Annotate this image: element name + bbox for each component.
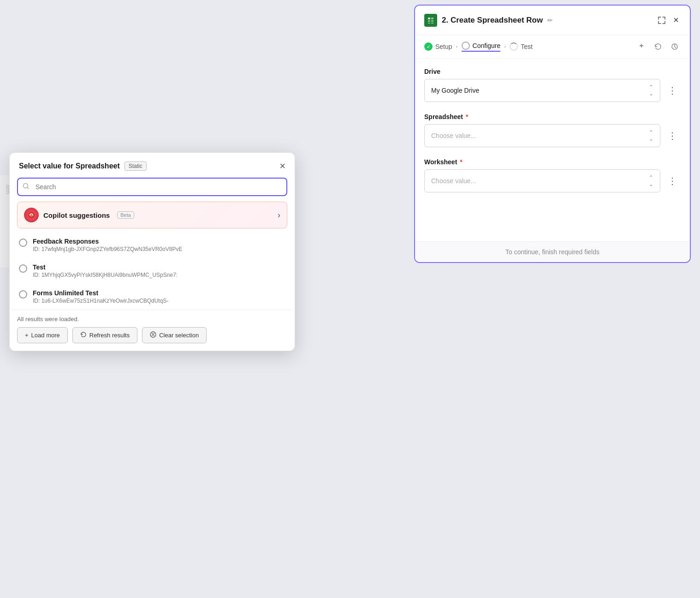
drive-label: Drive bbox=[424, 68, 681, 75]
list-item-content-2: Test ID: 1MYhjqGX5vyPiYskI58KjH8UAi9bnuW… bbox=[33, 263, 285, 278]
step-setup[interactable]: ✓ Setup bbox=[424, 42, 452, 51]
magic-button[interactable] bbox=[635, 41, 647, 53]
list-item-content-3: Forms Unlimited Test ID: 1u6-LX6wEw75zS1… bbox=[33, 289, 285, 304]
list-item[interactable]: Test ID: 1MYhjqGX5vyPiYskI58KjH8UAi9bnuW… bbox=[10, 258, 295, 284]
drive-chevrons-icon: ⌃⌄ bbox=[649, 84, 653, 97]
steps-nav: ✓ Setup › Configure › Test bbox=[415, 35, 690, 59]
panel-title-group: 2. Create Spreadsheet Row ✏ bbox=[424, 14, 553, 27]
item-name-2: Test bbox=[33, 263, 285, 271]
panel-footer: To continue, finish required fields bbox=[415, 241, 690, 262]
worksheet-field-row: Choose value... ⌃⌄ ⋮ bbox=[424, 169, 681, 192]
list-item[interactable]: Forms Unlimited Test ID: 1u6-LX6wEw75zS1… bbox=[10, 284, 295, 310]
modal-title: Select value for Spreadsheet bbox=[19, 162, 120, 170]
panel-controls: × bbox=[656, 13, 681, 27]
load-more-label: Load more bbox=[31, 332, 60, 339]
clear-selection-button[interactable]: Clear selection bbox=[142, 327, 207, 343]
svg-rect-5 bbox=[428, 23, 430, 24]
radio-feedback-responses[interactable] bbox=[19, 239, 27, 247]
beta-badge: Beta bbox=[117, 211, 134, 219]
svg-point-11 bbox=[32, 215, 33, 215]
spreadsheet-field-row: Choose value... ⌃⌄ ⋮ bbox=[424, 124, 681, 147]
spreadsheet-icon bbox=[424, 14, 437, 27]
all-loaded-text: All results were loaded. bbox=[17, 316, 287, 323]
spreadsheet-list: Feedback Responses ID: 17wfqMnj1gb-JXFGn… bbox=[10, 232, 295, 310]
copilot-chevron-icon: › bbox=[278, 210, 280, 220]
spreadsheet-more-button[interactable]: ⋮ bbox=[664, 128, 681, 143]
spreadsheet-required-marker: * bbox=[466, 113, 468, 120]
spreadsheet-select[interactable]: Choose value... ⌃⌄ bbox=[424, 124, 660, 147]
worksheet-required-marker: * bbox=[460, 158, 462, 166]
copilot-label: Copilot suggestions bbox=[43, 211, 110, 219]
drive-section: Drive My Google Drive ⌃⌄ ⋮ bbox=[424, 68, 681, 102]
radio-forms-unlimited-test[interactable] bbox=[19, 290, 27, 299]
radio-test[interactable] bbox=[19, 264, 27, 273]
static-badge: Static bbox=[125, 161, 147, 171]
drive-value: My Google Drive bbox=[431, 87, 479, 94]
modal-footer: All results were loaded. + Load more Ref… bbox=[10, 310, 295, 351]
svg-point-10 bbox=[30, 215, 30, 215]
test-spinner-icon bbox=[510, 42, 518, 51]
step-configure[interactable]: Configure bbox=[462, 42, 501, 52]
step-setup-label: Setup bbox=[435, 43, 452, 50]
svg-rect-1 bbox=[428, 18, 430, 19]
panel-body: Drive My Google Drive ⌃⌄ ⋮ Spreadsheet *… bbox=[415, 59, 690, 262]
search-icon bbox=[23, 183, 30, 191]
create-spreadsheet-panel: 2. Create Spreadsheet Row ✏ × ✓ Setup › … bbox=[414, 5, 691, 263]
drive-field-row: My Google Drive ⌃⌄ ⋮ bbox=[424, 79, 681, 102]
search-container bbox=[17, 178, 287, 196]
step-nav-icons bbox=[635, 41, 681, 53]
refresh-icon bbox=[80, 331, 87, 339]
expand-button[interactable] bbox=[656, 14, 668, 26]
search-input[interactable] bbox=[17, 178, 287, 196]
worksheet-placeholder: Choose value... bbox=[431, 177, 476, 185]
drive-more-button[interactable]: ⋮ bbox=[664, 83, 681, 98]
svg-rect-4 bbox=[431, 20, 433, 22]
spreadsheet-section: Spreadsheet * Choose value... ⌃⌄ ⋮ bbox=[424, 113, 681, 147]
item-name-1: Feedback Responses bbox=[33, 238, 285, 245]
configure-circle-icon bbox=[462, 42, 470, 50]
copilot-icon bbox=[24, 208, 39, 222]
undo-button[interactable] bbox=[652, 41, 664, 53]
svg-point-9 bbox=[28, 212, 35, 218]
edit-icon[interactable]: ✏ bbox=[547, 17, 553, 24]
spreadsheet-placeholder: Choose value... bbox=[431, 132, 476, 139]
svg-rect-3 bbox=[428, 20, 430, 22]
refresh-panel-button[interactable] bbox=[669, 41, 681, 53]
svg-rect-6 bbox=[431, 23, 433, 24]
worksheet-chevrons-icon: ⌃⌄ bbox=[649, 174, 653, 187]
worksheet-label: Worksheet * bbox=[424, 158, 681, 166]
refresh-results-label: Refresh results bbox=[89, 332, 130, 339]
clear-icon bbox=[150, 331, 156, 339]
panel-close-button[interactable]: × bbox=[671, 13, 681, 27]
item-id-2: ID: 1MYhjqGX5vyPiYskI58KjH8UAi9bnuWPMC_U… bbox=[33, 272, 285, 278]
item-id-1: ID: 17wfqMnj1gb-JXFGnp2ZYefb96S7ZQwN35eV… bbox=[33, 246, 285, 252]
panel-title: 2. Create Spreadsheet Row bbox=[442, 16, 543, 25]
step-test[interactable]: Test bbox=[510, 42, 533, 51]
steps-chevron-1: › bbox=[456, 43, 458, 50]
worksheet-select[interactable]: Choose value... ⌃⌄ bbox=[424, 169, 660, 192]
spreadsheet-label: Spreadsheet * bbox=[424, 113, 681, 120]
steps-chevron-2: › bbox=[504, 43, 506, 50]
step-configure-label: Configure bbox=[473, 42, 501, 49]
modal-title-group: Select value for Spreadsheet Static bbox=[19, 161, 147, 171]
list-item-content-1: Feedback Responses ID: 17wfqMnj1gb-JXFGn… bbox=[33, 238, 285, 252]
panel-header: 2. Create Spreadsheet Row ✏ × bbox=[415, 6, 690, 35]
svg-rect-2 bbox=[431, 18, 433, 19]
modal-header: Select value for Spreadsheet Static × bbox=[10, 153, 295, 178]
spreadsheet-chevrons-icon: ⌃⌄ bbox=[649, 129, 653, 142]
list-item[interactable]: Feedback Responses ID: 17wfqMnj1gb-JXFGn… bbox=[10, 232, 295, 258]
modal-footer-buttons: + Load more Refresh results C bbox=[17, 327, 287, 343]
copilot-suggestions-row[interactable]: Copilot suggestions Beta › bbox=[17, 202, 287, 228]
worksheet-more-button[interactable]: ⋮ bbox=[664, 173, 681, 188]
refresh-results-button[interactable]: Refresh results bbox=[72, 327, 137, 343]
item-id-3: ID: 1u6-LX6wEw75zS1H1naKzYeOwirJxcwCBQdU… bbox=[33, 298, 285, 304]
modal-close-button[interactable]: × bbox=[279, 161, 285, 171]
clear-selection-label: Clear selection bbox=[159, 332, 199, 339]
load-more-button[interactable]: + Load more bbox=[17, 327, 68, 343]
select-value-modal: Select value for Spreadsheet Static × Co… bbox=[9, 152, 295, 351]
load-more-plus-icon: + bbox=[25, 332, 29, 339]
setup-check-icon: ✓ bbox=[424, 42, 433, 51]
copilot-left: Copilot suggestions Beta bbox=[24, 208, 134, 222]
drive-select[interactable]: My Google Drive ⌃⌄ bbox=[424, 79, 660, 102]
step-test-label: Test bbox=[521, 43, 533, 50]
